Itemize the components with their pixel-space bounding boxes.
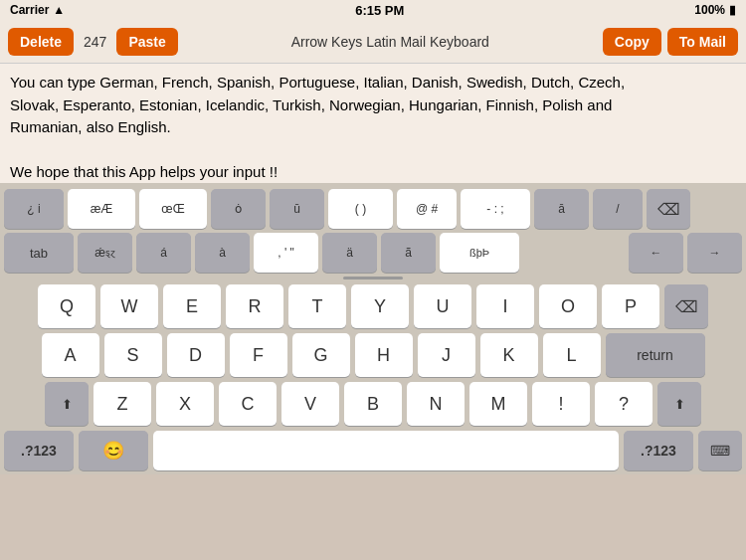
key-d[interactable]: D bbox=[167, 333, 225, 377]
key-oe[interactable]: œŒ bbox=[139, 189, 207, 229]
battery-icon: ▮ bbox=[729, 3, 736, 17]
key-a-tilde[interactable]: ã bbox=[381, 233, 436, 273]
time-label: 6:15 PM bbox=[355, 3, 404, 18]
toolbar: Delete 247 Paste Arrow Keys Latin Mail K… bbox=[0, 20, 746, 64]
key-umacron[interactable]: ū bbox=[270, 189, 324, 229]
special-row-1: ¿ i æÆ œŒ ȯ ū ( ) @ # - : ; ā / ⌫ bbox=[4, 189, 742, 229]
key-shift-right[interactable]: ⬆ bbox=[657, 382, 701, 426]
key-h[interactable]: H bbox=[355, 333, 413, 377]
key-odot[interactable]: ȯ bbox=[211, 189, 266, 229]
key-f[interactable]: F bbox=[230, 333, 287, 377]
key-b[interactable]: B bbox=[344, 382, 402, 426]
key-inverted-question[interactable]: ¿ i bbox=[4, 189, 64, 229]
key-e[interactable]: E bbox=[163, 284, 221, 328]
key-c[interactable]: C bbox=[219, 382, 277, 426]
key-a[interactable]: A bbox=[42, 333, 99, 377]
key-j[interactable]: J bbox=[418, 333, 475, 377]
battery-label: 100% bbox=[694, 3, 725, 17]
paste-button[interactable]: Paste bbox=[116, 28, 177, 56]
key-s[interactable]: S bbox=[104, 333, 162, 377]
key-at-hash[interactable]: @ # bbox=[397, 189, 457, 229]
key-x[interactable]: X bbox=[156, 382, 214, 426]
key-a-umlaut[interactable]: ä bbox=[322, 233, 377, 273]
status-left: Carrier ▲ bbox=[10, 3, 65, 17]
qwerty-row-2: A S D F G H J K L return bbox=[4, 333, 742, 377]
text-line-1: You can type German, French, Spanish, Po… bbox=[10, 72, 736, 94]
text-line-2: Slovak, Esperanto, Estonian, Icelandic, … bbox=[10, 94, 736, 117]
key-z[interactable]: Z bbox=[93, 382, 151, 426]
key-a-acute[interactable]: á bbox=[136, 233, 191, 273]
key-numpad-left[interactable]: .?123 bbox=[4, 431, 74, 470]
key-slash[interactable]: / bbox=[593, 189, 643, 229]
key-g[interactable]: G bbox=[292, 333, 350, 377]
key-space[interactable] bbox=[153, 431, 619, 470]
delete-button[interactable]: Delete bbox=[8, 28, 74, 56]
key-u[interactable]: U bbox=[414, 284, 471, 328]
key-eszett[interactable]: ßþÞ bbox=[440, 233, 519, 273]
key-k[interactable]: K bbox=[480, 333, 538, 377]
key-i[interactable]: I bbox=[476, 284, 534, 328]
key-l[interactable]: L bbox=[543, 333, 601, 377]
key-n[interactable]: N bbox=[407, 382, 465, 426]
key-y[interactable]: Y bbox=[351, 284, 409, 328]
key-exclaim[interactable]: ! bbox=[532, 382, 590, 426]
key-dash-colon[interactable]: - : ; bbox=[461, 189, 530, 229]
wifi-icon: ▲ bbox=[53, 3, 65, 17]
text-line-3: Rumanian, also English. bbox=[10, 116, 736, 139]
key-q[interactable]: Q bbox=[38, 284, 95, 328]
copy-button[interactable]: Copy bbox=[603, 28, 661, 56]
status-right: 100% ▮ bbox=[694, 3, 736, 17]
keyboard-divider bbox=[343, 277, 403, 280]
key-amacron[interactable]: ā bbox=[534, 189, 589, 229]
key-comma-quote[interactable]: , ' " bbox=[254, 233, 318, 273]
key-p[interactable]: P bbox=[602, 284, 659, 328]
key-tab[interactable]: tab bbox=[4, 233, 74, 273]
key-a-grave[interactable]: à bbox=[195, 233, 250, 273]
key-t[interactable]: T bbox=[288, 284, 346, 328]
bottom-row: .?123 😊 .?123 ⌨ bbox=[4, 431, 742, 470]
key-r[interactable]: R bbox=[226, 284, 283, 328]
key-numpad-right[interactable]: .?123 bbox=[624, 431, 693, 470]
key-parens[interactable]: ( ) bbox=[328, 189, 393, 229]
qwerty-row-3: ⬆ Z X C V B N M ! ? ⬆ bbox=[4, 382, 742, 426]
toolbar-title: Arrow Keys Latin Mail Keyboard bbox=[184, 34, 597, 50]
key-backspace-spec[interactable]: ⌫ bbox=[647, 189, 690, 229]
key-return[interactable]: return bbox=[606, 333, 705, 377]
key-question[interactable]: ? bbox=[595, 382, 653, 426]
keyboard: ¿ i æÆ œŒ ȯ ū ( ) @ # - : ; ā / ⌫ tab ǽȿ… bbox=[0, 183, 746, 474]
tomail-button[interactable]: To Mail bbox=[667, 28, 738, 56]
key-keyboard-icon[interactable]: ⌨ bbox=[698, 431, 742, 470]
key-emoji[interactable]: 😊 bbox=[79, 431, 148, 470]
key-left-arrow[interactable]: ← bbox=[629, 233, 683, 273]
key-ae-acute[interactable]: ǽȿɀ bbox=[78, 233, 132, 273]
text-line-5: We hope that this App helps your input !… bbox=[10, 161, 736, 184]
key-v[interactable]: V bbox=[281, 382, 339, 426]
text-area[interactable]: You can type German, French, Spanish, Po… bbox=[0, 64, 746, 183]
key-backspace[interactable]: ⌫ bbox=[664, 284, 708, 328]
key-w[interactable]: W bbox=[100, 284, 158, 328]
key-right-arrow[interactable]: → bbox=[687, 233, 742, 273]
qwerty-row-1: Q W E R T Y U I O P ⌫ bbox=[4, 284, 742, 328]
key-ae[interactable]: æÆ bbox=[68, 189, 135, 229]
char-count: 247 bbox=[80, 34, 110, 50]
key-o[interactable]: O bbox=[539, 284, 597, 328]
status-bar: Carrier ▲ 6:15 PM 100% ▮ bbox=[0, 0, 746, 20]
carrier-label: Carrier bbox=[10, 3, 49, 17]
key-m[interactable]: M bbox=[469, 382, 527, 426]
special-row-2: tab ǽȿɀ á à , ' " ä ã ßþÞ ← → bbox=[4, 233, 742, 273]
key-shift-left[interactable]: ⬆ bbox=[45, 382, 89, 426]
